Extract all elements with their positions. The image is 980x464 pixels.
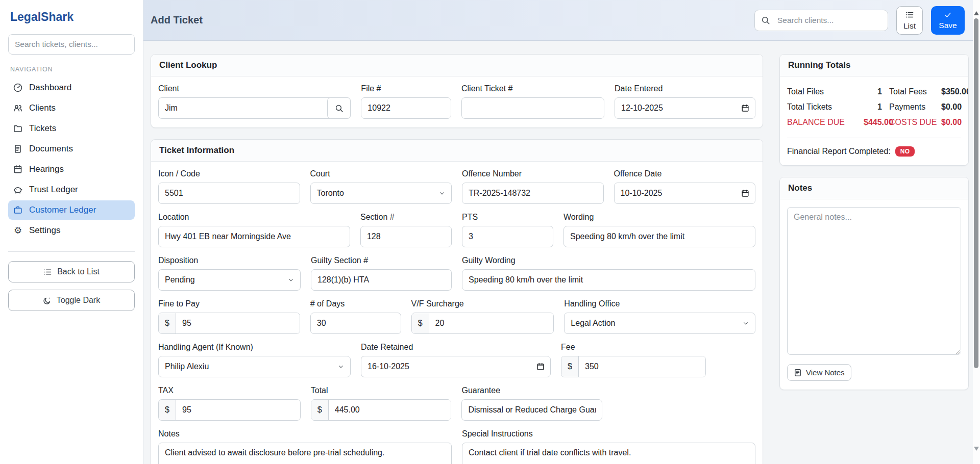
- costs-due-label: COSTS DUE: [882, 118, 941, 127]
- search-icon: [335, 104, 344, 113]
- handling-agent-select[interactable]: Philip Alexiu: [158, 356, 351, 377]
- calendar-icon: [13, 165, 22, 174]
- running-totals-divider: [787, 138, 961, 138]
- payments-value: $0.00: [941, 102, 962, 112]
- list-icon: [905, 10, 914, 19]
- ticket-information-card: Ticket Information Icon / Code Court Tor…: [151, 139, 763, 464]
- save-button[interactable]: Save: [931, 6, 965, 35]
- handling-agent-value: Philip Alexiu: [165, 362, 209, 371]
- fee-label: Fee: [561, 343, 706, 352]
- court-label: Court: [310, 169, 452, 178]
- guilty-wording-input[interactable]: [462, 269, 755, 291]
- page-title: Add Ticket: [151, 14, 203, 26]
- guilty-section-label: Guilty Section #: [311, 256, 452, 265]
- scrollbar-down-arrow[interactable]: [974, 447, 979, 451]
- sidebar-item-settings[interactable]: ⚙ Settings: [8, 221, 135, 240]
- currency-prefix: $: [561, 356, 579, 377]
- sidebar-item-documents[interactable]: Documents: [8, 139, 135, 159]
- toggle-dark-button[interactable]: Toggle Dark: [8, 290, 135, 311]
- currency-prefix: $: [159, 313, 176, 333]
- file-number-label: File #: [361, 84, 451, 93]
- scrollbar-up-arrow[interactable]: [974, 11, 979, 15]
- journal-text-icon: [794, 369, 802, 377]
- balance-due-label: BALANCE DUE: [787, 118, 864, 127]
- client-search-input[interactable]: [776, 15, 888, 25]
- fine-to-pay-input[interactable]: [176, 313, 300, 333]
- moon-stars-icon: [43, 296, 52, 305]
- guarantee-input[interactable]: [461, 399, 602, 421]
- sidebar-item-label: Customer Ledger: [29, 205, 96, 215]
- sidebar-item-trust-ledger[interactable]: Trust Ledger: [8, 180, 135, 199]
- piggy-bank-icon: [13, 185, 22, 194]
- general-notes-textarea[interactable]: [787, 207, 961, 355]
- vertical-scrollbar[interactable]: [973, 0, 980, 464]
- guilty-wording-label: Guilty Wording: [462, 256, 755, 265]
- list-view-button[interactable]: List: [896, 6, 923, 35]
- offence-number-input[interactable]: [462, 183, 604, 204]
- gear-icon: ⚙: [13, 226, 22, 235]
- vf-surcharge-input[interactable]: [429, 313, 554, 333]
- court-select[interactable]: Toronto: [310, 183, 452, 204]
- handling-office-value: Legal Action: [571, 319, 615, 328]
- days-label: # of Days: [310, 299, 401, 308]
- back-to-list-button[interactable]: Back to List: [8, 261, 135, 282]
- section-number-input[interactable]: [360, 226, 452, 247]
- client-input[interactable]: [158, 97, 351, 119]
- disposition-select[interactable]: Pending: [158, 269, 301, 291]
- client-lookup-search-button[interactable]: [327, 97, 351, 119]
- disposition-label: Disposition: [158, 256, 301, 265]
- icon-code-input[interactable]: [158, 183, 300, 204]
- offence-date-input[interactable]: [614, 183, 756, 204]
- view-notes-button[interactable]: View Notes: [787, 364, 851, 381]
- sidebar-item-clients[interactable]: Clients: [8, 98, 135, 118]
- sidebar-divider: [8, 251, 135, 252]
- total-input[interactable]: [329, 400, 451, 420]
- date-entered-input[interactable]: [615, 97, 755, 119]
- sidebar: LegalShark NAVIGATION Dashboard Clients …: [0, 0, 143, 464]
- sidebar-item-label: Trust Ledger: [29, 185, 78, 195]
- calendar-icon: [536, 363, 545, 371]
- currency-prefix: $: [412, 313, 429, 333]
- date-retained-input[interactable]: [361, 356, 551, 377]
- tax-input[interactable]: [176, 400, 300, 420]
- sidebar-item-label: Clients: [29, 103, 56, 113]
- sidebar-item-dashboard[interactable]: Dashboard: [8, 78, 135, 97]
- days-input[interactable]: [310, 313, 401, 334]
- client-ticket-input[interactable]: [461, 97, 604, 119]
- ticket-notes-textarea[interactable]: Client advised to await disclosure befor…: [158, 443, 452, 464]
- running-totals-title: Running Totals: [780, 55, 968, 76]
- sidebar-item-customer-ledger[interactable]: Customer Ledger: [8, 200, 135, 220]
- chevron-down-icon: [439, 190, 445, 196]
- client-ticket-label: Client Ticket #: [461, 84, 604, 93]
- total-fees-value: $350.00: [941, 87, 969, 96]
- fee-input[interactable]: [579, 356, 705, 377]
- wording-input[interactable]: [564, 226, 755, 247]
- running-totals-card: Running Totals Total Files 1 Total Fees …: [779, 54, 969, 166]
- sidebar-item-hearings[interactable]: Hearings: [8, 160, 135, 179]
- notes-panel-title: Notes: [780, 177, 968, 199]
- sidebar-item-tickets[interactable]: Tickets: [8, 119, 135, 138]
- file-number-input[interactable]: [361, 97, 451, 119]
- list-icon: [43, 268, 52, 276]
- sidebar-item-label: Dashboard: [29, 83, 71, 93]
- handling-agent-label: Handling Agent (If Known): [158, 343, 351, 352]
- location-input[interactable]: [158, 226, 350, 247]
- currency-prefix: $: [311, 400, 329, 420]
- running-totals-row: Total Tickets 1 Payments $0.00: [787, 99, 961, 115]
- pts-input[interactable]: [462, 226, 553, 247]
- handling-office-select[interactable]: Legal Action: [564, 313, 755, 334]
- date-entered-label: Date Entered: [615, 84, 755, 93]
- check-icon: [944, 11, 952, 19]
- search-icon: [755, 16, 776, 25]
- sidebar-search-input[interactable]: [8, 34, 135, 55]
- guarantee-label: Guarantee: [461, 386, 602, 395]
- disposition-value: Pending: [165, 275, 195, 285]
- special-instructions-textarea[interactable]: Contact client if trial date conflicts w…: [462, 443, 755, 464]
- guilty-section-input[interactable]: [311, 269, 452, 291]
- scrollbar-thumb[interactable]: [974, 18, 978, 368]
- total-tickets-label: Total Tickets: [787, 102, 864, 112]
- total-label: Total: [311, 386, 452, 395]
- court-value: Toronto: [317, 189, 344, 198]
- special-instructions-label: Special Instructions: [462, 429, 755, 439]
- costs-due-value: $0.00: [941, 118, 962, 127]
